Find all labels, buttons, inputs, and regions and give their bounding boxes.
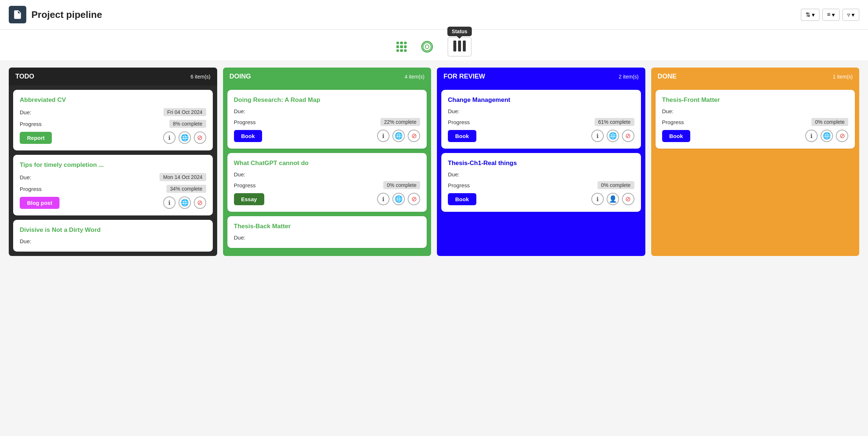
- column-done: DONE 1 item(s) Thesis-Front Matter Due: …: [651, 68, 860, 256]
- block-icon[interactable]: ⊘: [408, 193, 420, 205]
- essay-button[interactable]: Essay: [234, 193, 264, 205]
- column-doing: DOING 4 item(s) Doing Research: A Road M…: [223, 68, 431, 256]
- group-chevron: ▾: [832, 11, 835, 18]
- card-footer: Book ℹ 🌐 ⊘: [662, 130, 849, 142]
- filter-button[interactable]: ▿ ▾: [842, 9, 859, 21]
- column-header-done: DONE 1 item(s): [651, 68, 860, 85]
- user-icon[interactable]: 🌐: [607, 130, 619, 142]
- grid-view-button[interactable]: [396, 42, 407, 52]
- column-body-doing: Doing Research: A Road Map Due: Progress…: [223, 85, 431, 256]
- info-icon[interactable]: ℹ: [805, 130, 818, 142]
- user-icon[interactable]: 🌐: [821, 130, 833, 142]
- info-icon[interactable]: ℹ: [591, 130, 604, 142]
- info-icon[interactable]: ℹ: [163, 131, 176, 144]
- group-button[interactable]: ≡ ▾: [822, 9, 840, 21]
- due-label: Due:: [448, 108, 460, 114]
- due-label: Due:: [234, 234, 246, 241]
- card-thesis-front: Thesis-Front Matter Due: Progress 0% com…: [656, 90, 855, 149]
- column-header-doing: DOING 4 item(s): [223, 68, 431, 85]
- column-title-done: DONE: [658, 73, 677, 80]
- book-button[interactable]: Book: [234, 130, 262, 142]
- card-title: Doing Research: A Road Map: [234, 96, 420, 104]
- column-header-todo: TODO 6 item(s): [9, 68, 217, 85]
- filter-icon: ▿: [847, 11, 850, 18]
- progress-label: Progress: [234, 119, 256, 125]
- card-footer: Report ℹ 🌐 ⊘: [20, 131, 206, 144]
- blog-button[interactable]: Blog post: [20, 197, 59, 209]
- user-icon[interactable]: 👤: [607, 193, 619, 205]
- user-icon[interactable]: 🌐: [178, 131, 191, 144]
- card-icons: ℹ 🌐 ⊘: [591, 130, 634, 142]
- card-thesis-back: Thesis-Back Matter Due:: [227, 216, 427, 248]
- view-switcher: Status: [0, 30, 868, 60]
- progress-badge: 0% complete: [598, 181, 634, 189]
- progress-label: Progress: [448, 182, 470, 188]
- block-icon[interactable]: ⊘: [836, 130, 848, 142]
- page-title: Project pipeline: [31, 9, 102, 20]
- filter-chevron: ▾: [852, 11, 854, 18]
- user-icon[interactable]: 🌐: [178, 196, 191, 209]
- column-count-todo: 6 item(s): [191, 74, 210, 80]
- column-count-done: 1 item(s): [833, 74, 853, 80]
- user-icon[interactable]: 🌐: [392, 193, 405, 205]
- card-icons: ℹ 🌐 ⊘: [163, 196, 206, 209]
- book-button[interactable]: Book: [448, 193, 476, 205]
- card-tips: Tips for timely completion ... Due: Mon …: [13, 155, 213, 215]
- card-due-row: Due:: [234, 108, 420, 114]
- info-icon[interactable]: ℹ: [163, 196, 176, 209]
- column-body-done: Thesis-Front Matter Due: Progress 0% com…: [651, 85, 860, 256]
- card-due-row: Due: Fri 04 Oct 2024: [20, 108, 206, 116]
- progress-badge: 34% complete: [166, 185, 206, 193]
- progress-badge: 0% complete: [383, 181, 420, 189]
- card-chatgpt: What ChatGPT cannot do Due: Progress 0% …: [227, 153, 427, 212]
- card-icons: ℹ 🌐 ⊘: [163, 131, 206, 144]
- due-label: Due:: [20, 174, 31, 180]
- card-divisive: Divisive is Not a Dirty Word Due:: [13, 220, 213, 252]
- kanban-view-button[interactable]: [453, 41, 466, 51]
- card-footer: Book ℹ 👤 ⊘: [448, 193, 634, 205]
- card-due-row: Due:: [20, 238, 206, 244]
- card-title: What ChatGPT cannot do: [234, 160, 420, 167]
- card-footer: Essay ℹ 🌐 ⊘: [234, 193, 420, 205]
- info-icon[interactable]: ℹ: [377, 130, 389, 142]
- due-label: Due:: [20, 109, 31, 115]
- block-icon[interactable]: ⊘: [408, 130, 420, 142]
- progress-badge: 61% complete: [595, 118, 634, 126]
- status-tooltip: Status: [448, 27, 472, 36]
- sort-chevron: ▾: [812, 11, 815, 18]
- user-icon[interactable]: 🌐: [392, 130, 405, 142]
- group-icon: ≡: [827, 11, 830, 18]
- report-button[interactable]: Report: [20, 132, 52, 144]
- book-button[interactable]: Book: [662, 130, 691, 142]
- info-icon[interactable]: ℹ: [591, 193, 604, 205]
- column-count-review: 2 item(s): [619, 74, 638, 80]
- card-road-map: Doing Research: A Road Map Due: Progress…: [227, 90, 427, 149]
- header-left: Project pipeline: [9, 6, 102, 23]
- column-review: FOR REVIEW 2 item(s) Change Management D…: [437, 68, 645, 256]
- card-title: Change Management: [448, 96, 634, 104]
- card-due-row: Due:: [448, 171, 634, 177]
- card-progress-row: Progress 8% complete: [20, 120, 206, 128]
- due-label: Due:: [234, 171, 246, 177]
- column-count-doing: 4 item(s): [405, 74, 425, 80]
- card-progress-row: Progress 0% complete: [662, 118, 849, 126]
- radar-view-button[interactable]: [421, 41, 433, 53]
- card-progress-row: Progress 22% complete: [234, 118, 420, 126]
- column-todo: TODO 6 item(s) Abbreviated CV Due: Fri 0…: [9, 68, 217, 256]
- card-footer: Blog post ℹ 🌐 ⊘: [20, 196, 206, 209]
- block-icon[interactable]: ⊘: [622, 130, 634, 142]
- block-icon[interactable]: ⊘: [622, 193, 634, 205]
- book-button[interactable]: Book: [448, 130, 476, 142]
- sort-button[interactable]: ⇅ ▾: [801, 9, 819, 21]
- card-footer: Book ℹ 🌐 ⊘: [234, 130, 420, 142]
- block-icon[interactable]: ⊘: [194, 196, 206, 209]
- header: Project pipeline ⇅ ▾ ≡ ▾ ▿ ▾: [0, 0, 868, 30]
- column-title-doing: DOING: [230, 73, 251, 80]
- due-label: Due:: [234, 108, 246, 114]
- block-icon[interactable]: ⊘: [194, 131, 206, 144]
- card-icons: ℹ 🌐 ⊘: [805, 130, 848, 142]
- kanban-view-wrapper: Status: [448, 37, 472, 57]
- card-icons: ℹ 👤 ⊘: [591, 193, 634, 205]
- info-icon[interactable]: ℹ: [377, 193, 389, 205]
- card-progress-row: Progress 0% complete: [448, 181, 634, 189]
